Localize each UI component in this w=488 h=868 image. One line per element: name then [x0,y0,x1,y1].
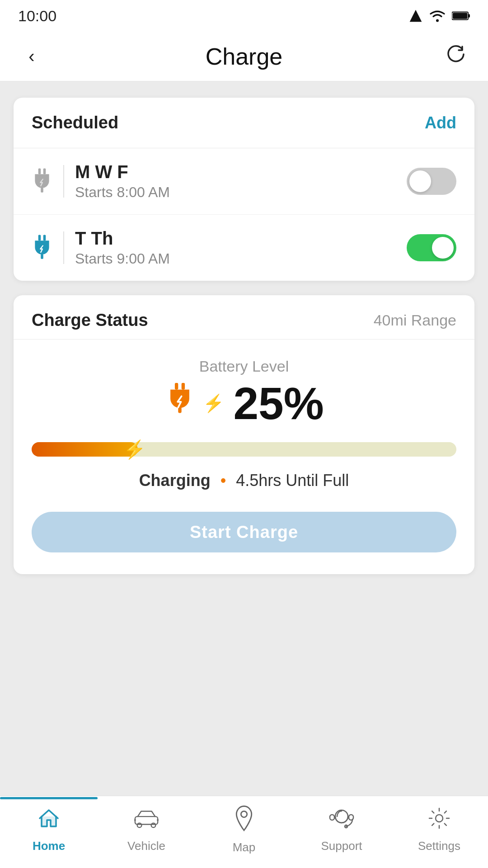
svg-rect-2 [468,14,470,18]
scheduled-card-header: Scheduled Add [14,98,474,148]
svg-rect-7 [38,235,41,241]
schedule-days-mwf: M W F [75,162,407,182]
svg-point-23 [436,815,443,822]
schedule-toggle-mwf[interactable] [407,168,456,195]
svg-point-14 [137,823,142,828]
toggle-thumb-mwf [409,170,431,192]
svg-marker-0 [410,10,422,22]
plug-icon-tth [32,231,64,264]
charge-range: 40mi Range [374,311,456,329]
battery-label: Battery Level [199,358,289,375]
svg-rect-11 [182,383,185,390]
nav-item-home[interactable]: Home [0,807,98,853]
scheduled-title: Scheduled [32,113,118,132]
svg-point-18 [241,811,247,817]
svg-rect-4 [38,168,41,174]
bottom-nav: Home Vehicle Map [0,796,488,868]
wifi-icon [429,9,446,22]
settings-icon [427,807,451,835]
battery-percent-row: ⚡ 25% [164,381,324,426]
battery-icon [452,11,470,21]
content-area: Scheduled Add M W F Starts 8:00 AM [0,81,488,590]
plug-icon-mwf [32,165,64,198]
refresh-button[interactable] [443,43,470,70]
charging-plug-icon [164,383,196,424]
map-icon [234,805,254,837]
scheduled-card: Scheduled Add M W F Starts 8:00 AM [14,98,474,281]
nav-item-map[interactable]: Map [195,805,293,854]
until-full-text: 4.5hrs Until Full [236,471,349,490]
start-charge-button[interactable]: Start Charge [32,512,456,552]
header: ‹ Charge [0,32,488,81]
svg-rect-20 [330,815,334,820]
status-icons [408,9,470,23]
nav-label-home: Home [33,839,65,853]
charging-label: Charging [139,471,211,490]
schedule-time-tth: Starts 9:00 AM [75,250,407,267]
nav-item-settings[interactable]: Settings [390,807,488,853]
svg-rect-9 [41,254,43,259]
nav-item-support[interactable]: Support [293,807,390,853]
charging-dot: • [221,471,226,490]
charge-status-title: Charge Status [32,311,148,330]
status-time: 10:00 [18,7,56,25]
battery-percent-value: 25% [233,381,324,426]
progress-bar-fill: ⚡ [32,442,138,457]
home-icon [37,807,61,835]
back-button[interactable]: ‹ [18,46,45,66]
schedule-item-tth: T Th Starts 9:00 AM [14,215,474,281]
svg-rect-10 [175,383,178,390]
svg-rect-3 [453,13,467,19]
svg-rect-6 [41,188,43,193]
svg-rect-8 [43,235,46,241]
charge-status-card: Charge Status 40mi Range Battery Level [14,295,474,574]
charge-status-header: Charge Status 40mi Range [14,295,474,340]
nav-label-map: Map [233,840,256,854]
signal-icon [408,9,423,23]
nav-label-settings: Settings [418,839,460,853]
progress-bar: ⚡ [32,442,456,457]
svg-point-15 [151,823,156,828]
charging-status-text: Charging • 4.5hrs Until Full [139,471,349,490]
schedule-info-tth: T Th Starts 9:00 AM [75,228,407,267]
svg-rect-5 [43,168,46,174]
nav-label-vehicle: Vehicle [127,839,165,853]
vehicle-icon [133,807,160,835]
svg-rect-12 [178,407,182,413]
page-title: Charge [206,43,283,70]
status-bar: 10:00 [0,0,488,32]
support-icon [329,807,354,835]
progress-lightning-icon: ⚡ [123,439,146,460]
schedule-time-mwf: Starts 8:00 AM [75,184,407,201]
schedule-info-mwf: M W F Starts 8:00 AM [75,162,407,201]
add-schedule-button[interactable]: Add [425,113,456,132]
nav-active-indicator [0,797,98,799]
schedule-days-tth: T Th [75,228,407,249]
nav-label-support: Support [321,839,362,853]
nav-item-vehicle[interactable]: Vehicle [98,807,195,853]
schedule-toggle-tth[interactable] [407,234,456,261]
schedule-item-mwf: M W F Starts 8:00 AM [14,148,474,215]
toggle-thumb-tth [432,237,454,259]
charge-body: Battery Level ⚡ 25% [14,340,474,574]
